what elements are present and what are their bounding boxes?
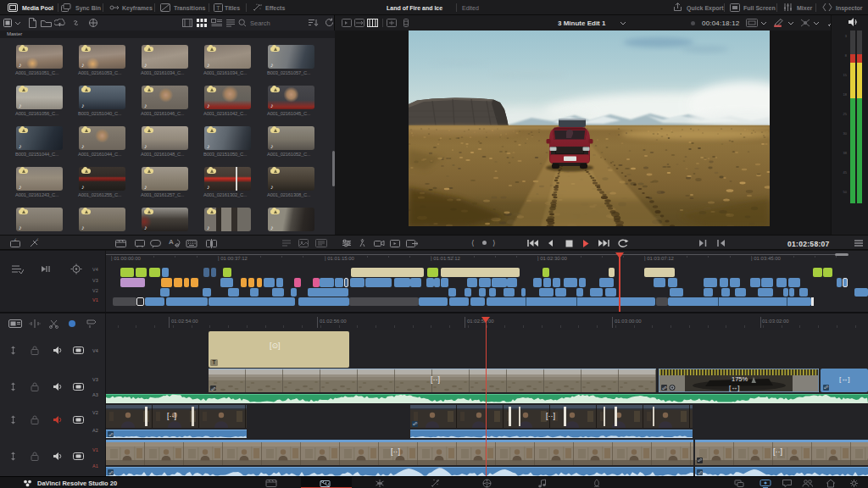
svg-text:☍: ☍ bbox=[698, 470, 703, 475]
svg-text:☍: ☍ bbox=[211, 386, 216, 391]
svg-text:175%: 175% bbox=[732, 375, 748, 383]
svg-text:[↔]: [↔] bbox=[729, 384, 739, 391]
svg-text:2: 2 bbox=[36, 238, 39, 241]
svg-text:[··]: [··] bbox=[431, 375, 440, 384]
svg-text:T: T bbox=[216, 5, 220, 11]
svg-text:☍: ☍ bbox=[662, 385, 667, 391]
svg-text:A: A bbox=[169, 238, 174, 246]
svg-text:☍: ☍ bbox=[108, 432, 114, 437]
svg-text:☍: ☍ bbox=[108, 470, 114, 475]
